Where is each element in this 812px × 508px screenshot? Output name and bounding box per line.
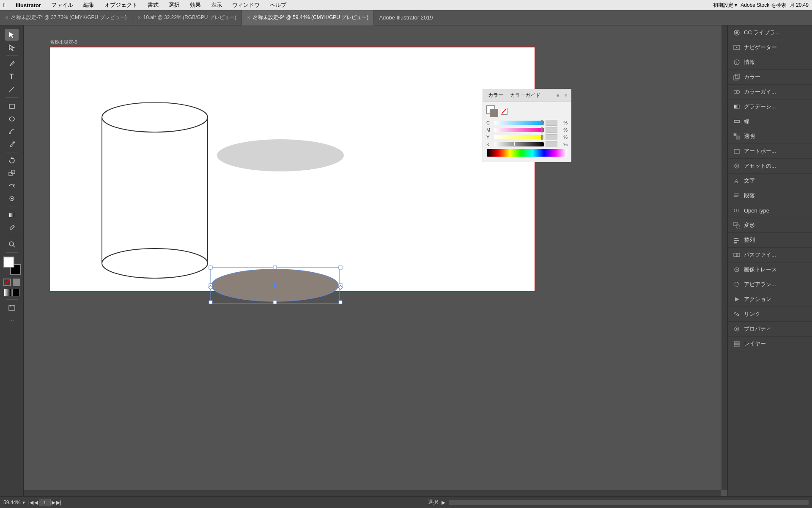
tool-direct-select[interactable] xyxy=(5,41,19,53)
panel-gradient[interactable]: グラデーシ... xyxy=(728,99,812,114)
selected-ellipse-container[interactable] xyxy=(208,265,344,309)
tab-close-2[interactable]: ✕ xyxy=(247,15,250,20)
tool-zoom[interactable] xyxy=(5,238,19,250)
nav-last[interactable]: ▶| xyxy=(56,500,61,505)
menu-edit[interactable]: 編集 xyxy=(82,1,96,9)
nav-prev[interactable]: ◀ xyxy=(34,500,38,505)
y-slider-handle[interactable] xyxy=(541,135,543,140)
bg-swatch[interactable] xyxy=(490,109,498,117)
menu-search[interactable]: Adobe Stock を検索 xyxy=(741,2,786,9)
none-button[interactable] xyxy=(12,289,20,296)
color-panel-tab-color[interactable]: カラー xyxy=(486,91,505,100)
m-slider[interactable] xyxy=(494,128,544,132)
tab-2[interactable]: ✕ 名称未設定-9* @ 59.44% (CMYK/GPU プレビュー) xyxy=(242,10,374,25)
panel-opentype[interactable]: OT OpenType xyxy=(728,203,812,218)
svg-point-71 xyxy=(736,328,738,330)
color-mode-button[interactable] xyxy=(13,279,20,286)
tool-line[interactable] xyxy=(5,83,19,95)
tool-pencil[interactable] xyxy=(5,138,19,150)
nav-next[interactable]: ▶ xyxy=(52,500,55,505)
tool-pen[interactable] xyxy=(5,58,19,70)
no-stroke-button[interactable] xyxy=(3,279,11,286)
opentype-icon: OT xyxy=(733,207,741,214)
tool-more[interactable]: ··· xyxy=(5,315,19,326)
panel-color-guide[interactable]: カラーガイ... xyxy=(728,85,812,99)
menu-file[interactable]: ファイル xyxy=(49,1,75,9)
k-slider[interactable] xyxy=(494,142,544,146)
tool-gradient[interactable] xyxy=(5,209,19,221)
c-value[interactable] xyxy=(546,120,557,126)
tool-eyedropper[interactable] xyxy=(5,222,19,234)
tool-artboard[interactable] xyxy=(5,302,19,314)
tab-1[interactable]: ✕ 10.ai* @ 32.22% (RGB/GPU プレビュー) xyxy=(132,10,242,25)
panel-character[interactable]: A 文字 xyxy=(728,174,812,188)
color-panel-tab-guide[interactable]: カラーガイド xyxy=(508,91,542,100)
tool-symbol[interactable] xyxy=(5,193,19,204)
panel-cc-libraries[interactable]: CC ライブラ... xyxy=(728,25,812,40)
foreground-color[interactable] xyxy=(3,257,14,268)
c-slider-handle[interactable] xyxy=(541,120,543,125)
menu-workspace[interactable]: 初期設定 ▾ xyxy=(713,2,737,9)
tool-warp[interactable] xyxy=(5,180,19,192)
tool-rotate[interactable] xyxy=(5,155,19,166)
canvas-area[interactable]: 名称未設定-9 xyxy=(24,25,727,496)
panel-stroke[interactable]: 線 xyxy=(728,114,812,129)
panel-image-trace[interactable]: 画像トレース xyxy=(728,262,812,277)
panel-layers[interactable]: レイヤー xyxy=(728,337,812,351)
menu-app[interactable]: Illustrator xyxy=(14,2,43,8)
menu-view[interactable]: 表示 xyxy=(209,1,224,9)
apple-menu[interactable]:  xyxy=(3,2,5,8)
menu-help[interactable]: ヘルプ xyxy=(268,1,288,9)
panel-transparency[interactable]: 透明 xyxy=(728,129,812,144)
k-slider-handle[interactable] xyxy=(514,142,515,147)
panel-appearance[interactable]: アピアラン... xyxy=(728,277,812,292)
panel-align[interactable]: 整列 xyxy=(728,233,812,248)
c-slider[interactable] xyxy=(494,121,544,125)
panel-actions[interactable]: アクション xyxy=(728,292,812,307)
tool-select[interactable] xyxy=(5,29,19,41)
tool-ellipse[interactable] xyxy=(5,113,19,124)
page-input[interactable] xyxy=(39,499,51,506)
zoom-dropdown[interactable]: ▾ xyxy=(22,500,25,505)
panel-pathfinder[interactable]: パスファイ... xyxy=(728,248,812,262)
menu-object[interactable]: オブジェクト xyxy=(103,1,139,9)
panel-info[interactable]: i 情報 xyxy=(728,55,812,70)
menu-window[interactable]: ウィンドウ xyxy=(230,1,261,9)
color-panel-close[interactable]: ✕ xyxy=(564,93,568,98)
gradient-button[interactable] xyxy=(4,289,11,296)
color-panel-menu[interactable]: ≡ xyxy=(557,93,559,98)
menu-effect[interactable]: 効果 xyxy=(188,1,203,9)
menu-format[interactable]: 書式 xyxy=(146,1,160,9)
nav-first[interactable]: |◀ xyxy=(28,500,33,505)
y-value[interactable] xyxy=(546,134,557,140)
panel-assets[interactable]: アセットの... xyxy=(728,159,812,174)
h-scrollbar-area[interactable] xyxy=(449,500,809,505)
panel-paragraph[interactable]: 段落 xyxy=(728,188,812,203)
panel-artboards[interactable]: アートボー... xyxy=(728,144,812,159)
tool-scale[interactable] xyxy=(5,167,19,179)
panel-transform[interactable]: 変形 xyxy=(728,218,812,233)
menu-select[interactable]: 選択 xyxy=(167,1,181,9)
panel-color[interactable]: カラー xyxy=(728,70,812,85)
tab-close-0[interactable]: ✕ xyxy=(5,15,8,20)
statusbar-play[interactable]: ▶ xyxy=(442,500,445,505)
tab-0[interactable]: ✕ 名称未設定-7* @ 37.73% (CMYK/GPU プレビュー) xyxy=(0,10,132,25)
m-label: M xyxy=(486,127,492,133)
tool-brush[interactable] xyxy=(5,125,19,137)
color-gradient-bar[interactable] xyxy=(487,149,567,157)
panel-links[interactable]: リンク xyxy=(728,307,812,322)
none-swatch[interactable] xyxy=(501,108,508,115)
h-scrollbar[interactable] xyxy=(24,490,721,496)
tab-close-1[interactable]: ✕ xyxy=(137,15,141,20)
panel-navigator[interactable]: ナビゲーター xyxy=(728,40,812,55)
m-slider-handle[interactable] xyxy=(541,127,543,133)
m-value[interactable] xyxy=(546,127,557,133)
y-slider[interactable] xyxy=(494,135,544,139)
tool-text[interactable]: T xyxy=(5,71,19,83)
v-scrollbar[interactable] xyxy=(721,25,727,490)
panel-properties[interactable]: プロパティ xyxy=(728,322,812,337)
svg-rect-73 xyxy=(734,343,739,345)
k-value[interactable] xyxy=(546,141,557,147)
tool-rect[interactable] xyxy=(5,100,19,112)
gray-ellipse-container xyxy=(215,136,346,176)
